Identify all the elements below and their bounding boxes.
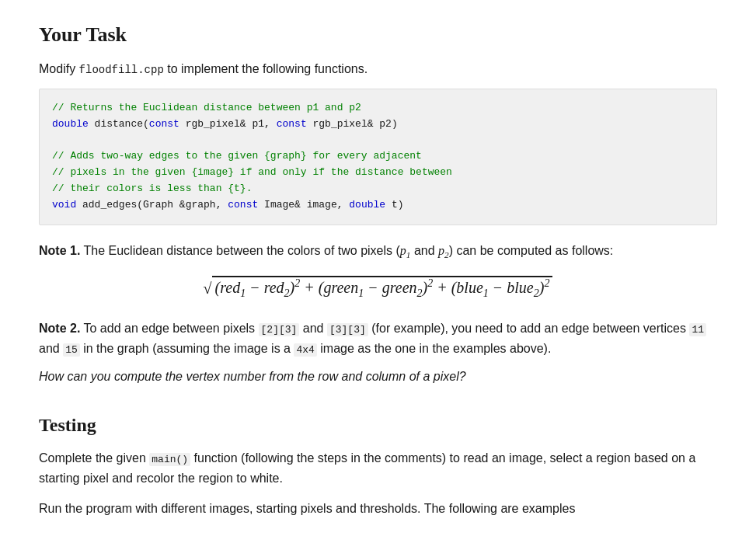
- note1-label: Note 1.: [39, 244, 80, 257]
- intro-text-after: to implement the following functions.: [164, 62, 368, 75]
- testing-main-code: main(): [149, 453, 190, 466]
- code-line-4: // pixels in the given {image} if and on…: [52, 165, 704, 181]
- note2-text6: image as the one in the examples above).: [317, 342, 552, 355]
- code-line-2: double distance(const rgb_pixel& p1, con…: [52, 117, 704, 133]
- intro-code: floodfill.cpp: [79, 64, 164, 76]
- italic-question: How can you compute the vertex number fr…: [39, 370, 717, 384]
- testing-section: Testing Complete the given main() functi…: [39, 415, 717, 519]
- testing-para1: Complete the given main() function (foll…: [39, 448, 717, 488]
- note2-code5: 4x4: [294, 343, 316, 357]
- note2-code2: [3][3]: [327, 323, 368, 336]
- note2-label: Note 2.: [39, 322, 80, 335]
- note2-text4: and: [39, 342, 63, 355]
- task-title: Your Task: [39, 23, 717, 47]
- note2-code1: [2][3]: [259, 323, 300, 336]
- note2-code4: 15: [63, 343, 80, 357]
- note1-p2: p2: [438, 244, 449, 257]
- testing-para2: Run the program with different images, s…: [39, 499, 717, 519]
- note2-text5: in the graph (assuming the image is a: [80, 342, 294, 355]
- note2-paragraph: Note 2. To add an edge between pixels [2…: [39, 319, 717, 359]
- intro-text-before: Modify: [39, 62, 79, 75]
- note2-code3: 11: [689, 323, 706, 336]
- code-line-6: void add_edges(Graph &graph, const Image…: [52, 197, 704, 214]
- note1-text3: ) can be computed as follows:: [449, 244, 614, 257]
- code-line-5: // their colors is less than {t}.: [52, 181, 704, 197]
- note1-paragraph: Note 1. The Euclidean distance between t…: [39, 241, 717, 263]
- formula: √(red1 − red2)2 + (green1 − green2)2 + (…: [204, 276, 553, 298]
- note2-text1: To add an edge between pixels: [84, 322, 259, 335]
- code-block-functions: // Returns the Euclidean distance betwee…: [39, 89, 717, 225]
- code-line-3: // Adds two-way edges to the given {grap…: [52, 148, 704, 165]
- note1-text1: The Euclidean distance between the color…: [84, 244, 400, 257]
- note2-text2: and: [299, 322, 327, 335]
- note1-text2: and: [410, 244, 438, 257]
- testing-title: Testing: [39, 415, 717, 436]
- formula-block: √(red1 − red2)2 + (green1 − green2)2 + (…: [39, 278, 717, 301]
- testing-para1-text-before: Complete the given: [39, 451, 149, 465]
- intro-paragraph: Modify floodfill.cpp to implement the fo…: [39, 62, 717, 76]
- code-line-blank: [52, 133, 704, 149]
- note1-p1: p1: [400, 244, 411, 257]
- note2-text3: (for example), you need to add an edge b…: [368, 322, 690, 335]
- code-line-1: // Returns the Euclidean distance betwee…: [52, 100, 704, 117]
